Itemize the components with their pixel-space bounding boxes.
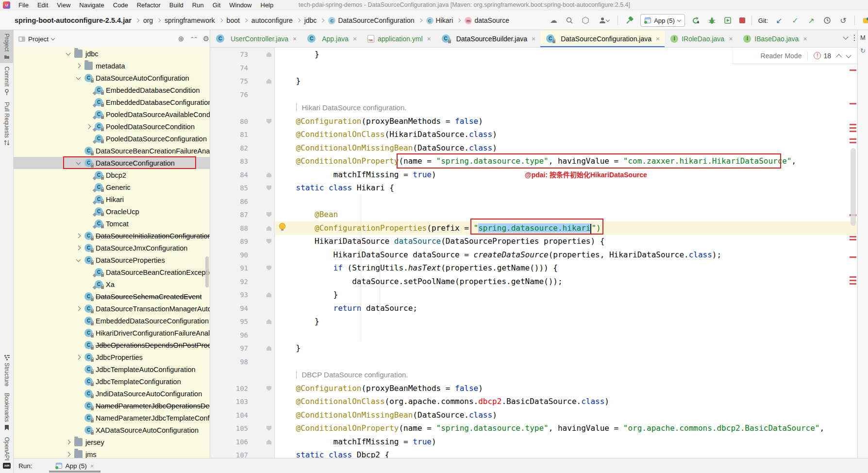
breadcrumb-item[interactable]: CHikari <box>426 17 453 24</box>
tab-application-yml[interactable]: application.yml× <box>362 30 436 47</box>
cloud-icon[interactable]: ☁ <box>549 16 558 25</box>
tree-item[interactable]: CDataSourceProperties <box>14 254 210 266</box>
breadcrumb-item[interactable]: mdataSource <box>465 17 509 24</box>
fold-marker[interactable] <box>267 266 271 270</box>
tab-datasourcebuilder-java[interactable]: CDataSourceBuilder.java× <box>436 30 541 47</box>
tree-item[interactable]: CJdbcTemplateConfiguration <box>14 375 210 388</box>
fold-marker[interactable] <box>267 79 271 84</box>
fold-marker[interactable] <box>267 439 271 444</box>
fold-marker[interactable] <box>267 226 271 231</box>
tree-item[interactable]: CDataSourceSchemaCreatedEvent <box>14 290 210 303</box>
tree-item[interactable]: CDataSourceTransactionManagerAutoConfi <box>14 303 210 315</box>
collapse-all-icon[interactable]: ⌃⌃ <box>190 36 197 42</box>
fold-marker[interactable] <box>267 119 271 124</box>
tree-item[interactable]: CJdbcTemplateAutoConfiguration <box>14 363 210 375</box>
tool-button-bookmarks[interactable]: Bookmarks <box>0 389 14 434</box>
tree-item[interactable]: jms <box>14 448 210 458</box>
chevron-down-icon[interactable] <box>72 77 84 79</box>
tree-item[interactable]: CDataSourceAutoConfiguration <box>14 72 210 84</box>
tree-item[interactable]: CXADataSourceAutoConfiguration <box>14 424 210 436</box>
breadcrumb-item[interactable]: jdbc <box>304 17 317 24</box>
menu-refactor[interactable]: Refactor <box>133 0 165 10</box>
tab-ibasedao-java[interactable]: IIBaseDao.java× <box>737 30 812 47</box>
tree-item[interactable]: CHikariDriverConfigurationFailureAnalyze… <box>14 327 210 339</box>
close-icon[interactable]: × <box>803 35 807 43</box>
tree-item[interactable]: metadata <box>14 60 210 72</box>
chevron-right-icon[interactable] <box>72 307 84 310</box>
previous-error-icon[interactable] <box>836 54 841 59</box>
fold-marker[interactable] <box>267 292 271 297</box>
menu-help[interactable]: Help <box>256 0 278 10</box>
close-icon[interactable]: × <box>729 35 733 43</box>
tree-item[interactable]: CHikari <box>14 193 210 205</box>
close-icon[interactable]: × <box>427 35 431 43</box>
tab-datasourceconfiguration-java[interactable]: CDataSourceConfiguration.java× <box>540 30 665 47</box>
fold-marker[interactable] <box>267 319 271 324</box>
error-stripe[interactable] <box>849 64 857 458</box>
code-area[interactable]: } }Hikari DataSource configuration. @Con… <box>275 48 857 458</box>
tree-item[interactable]: CNamedParameterJdbcTemplateConfigurat <box>14 412 210 424</box>
breadcrumb-item[interactable]: org <box>143 17 153 24</box>
stop-icon[interactable] <box>739 17 745 23</box>
tab-usercontroller-java[interactable]: CUserController.java× <box>210 30 301 47</box>
tree-item[interactable]: CJdbcProperties <box>14 351 210 363</box>
intention-bulb-icon[interactable] <box>279 223 285 229</box>
tab-iroledao-java[interactable]: IIRoleDao.java× <box>665 30 737 47</box>
close-icon[interactable]: × <box>293 35 297 43</box>
tool-button-commit[interactable]: Commit <box>0 63 13 98</box>
editor-scrollbar[interactable] <box>851 148 856 226</box>
tree-item[interactable]: CXa <box>14 278 210 290</box>
breadcrumb-item[interactable]: springframework <box>165 17 215 24</box>
tree-item[interactable]: CPooledDataSourceCondition <box>14 120 210 133</box>
fold-marker[interactable] <box>267 212 271 217</box>
menu-build[interactable]: Build <box>165 0 188 10</box>
code-with-me-icon[interactable] <box>581 16 590 25</box>
close-icon[interactable]: × <box>656 35 660 43</box>
breadcrumb-item[interactable]: CDataSourceConfiguration <box>328 17 414 24</box>
tool-button-pull-requests[interactable]: Pull Requests <box>0 99 13 150</box>
close-icon[interactable]: × <box>532 35 535 43</box>
chevron-right-icon[interactable] <box>82 125 95 128</box>
history-clock-icon[interactable] <box>822 16 832 25</box>
tab-app-java[interactable]: CApp.java× <box>301 30 362 47</box>
fold-marker[interactable] <box>267 239 271 244</box>
fold-marker[interactable] <box>267 386 271 391</box>
run-configuration-select[interactable]: App (5) <box>640 14 685 27</box>
tree-item[interactable]: CDataSourceBeanCreationFailureAnalyzer <box>14 145 210 157</box>
code-editor[interactable]: 7374757680818283848586878889909192939495… <box>210 48 857 458</box>
fold-marker[interactable] <box>267 172 271 177</box>
chevron-right-icon[interactable] <box>72 355 84 359</box>
menu-edit[interactable]: Edit <box>33 0 52 10</box>
tool-button-maven[interactable]: M <box>858 34 868 41</box>
run-with-coverage-icon[interactable] <box>723 16 733 25</box>
fold-marker[interactable] <box>267 346 271 351</box>
tree-item[interactable]: CDataSourceBeanCreationException <box>14 266 210 278</box>
close-icon[interactable]: × <box>90 462 94 470</box>
chevron-down-icon[interactable] <box>72 162 84 164</box>
chevron-right-icon[interactable] <box>72 234 84 237</box>
rollback-icon[interactable]: ↺ <box>838 16 848 25</box>
tree-item[interactable]: COracleUcp <box>14 205 210 218</box>
chevron-right-icon[interactable] <box>62 453 74 456</box>
reload-maven-icon[interactable]: ↻ <box>858 47 868 54</box>
chevron-down-icon[interactable] <box>72 259 84 261</box>
tree-item[interactable]: CDataSourceJmxConfiguration <box>14 242 210 254</box>
menu-navigate[interactable]: Navigate <box>75 0 108 10</box>
tree-item[interactable]: jersey <box>14 436 210 448</box>
git-commit-check-icon[interactable]: ✓ <box>790 16 800 25</box>
tree-scrollbar[interactable] <box>205 256 209 287</box>
menu-view[interactable]: View <box>52 0 75 10</box>
tree-item[interactable]: CDataSourceConfiguration <box>14 157 210 169</box>
chevron-right-icon[interactable] <box>72 246 84 250</box>
tree-item[interactable]: CEmbeddedDatabaseCondition <box>14 84 210 96</box>
breadcrumb-item[interactable]: autoconfigure <box>251 17 293 24</box>
build-hammer-icon[interactable] <box>624 16 634 25</box>
project-panel-title[interactable]: Project <box>18 35 54 43</box>
search-everywhere-icon[interactable] <box>565 16 574 25</box>
tool-button-project[interactable]: Project <box>0 30 13 63</box>
gear-icon[interactable]: ⚙ <box>203 34 209 43</box>
breadcrumb-item[interactable]: boot <box>227 17 240 24</box>
breadcrumb-item[interactable]: spring-boot-autoconfigure-2.5.4.jar <box>15 17 132 24</box>
tree-item[interactable]: CDbcp2 <box>14 169 210 181</box>
user-profile-icon[interactable] <box>597 16 611 25</box>
